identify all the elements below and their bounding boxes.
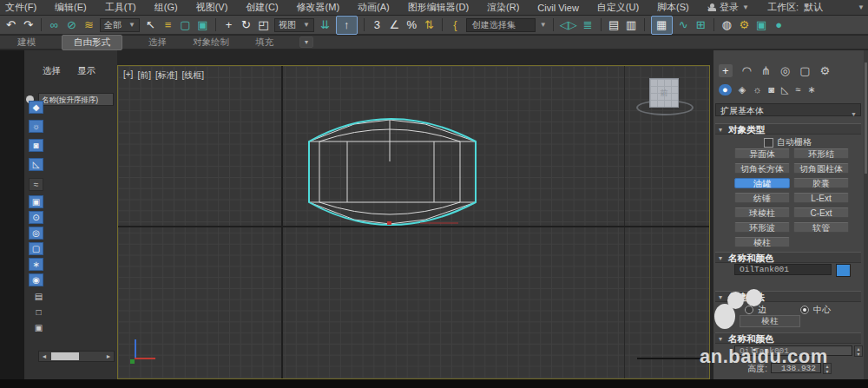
torus-knot-button[interactable]: 环形结 xyxy=(793,148,849,159)
mirror-icon[interactable]: ◁▷ xyxy=(560,16,577,34)
menu-file[interactable]: 文件(F) xyxy=(5,1,36,14)
oiltank-button[interactable]: 油罐 xyxy=(734,178,790,188)
panel-scrollbar-thumb[interactable] xyxy=(865,62,867,174)
reference-coordinate-dropdown[interactable]: 视图▼ xyxy=(274,18,314,32)
motion-tab-icon[interactable]: ◎ xyxy=(780,64,790,77)
name-color-rollout[interactable]: ▾ 名称和颜色 xyxy=(715,252,861,263)
scene-explorer-toggle-icon[interactable]: ▤ xyxy=(608,16,621,34)
spindle-button[interactable]: 纺锤 xyxy=(734,193,790,203)
object-name-field[interactable]: OilTank001 xyxy=(734,264,832,275)
ringwave-button[interactable]: 环形波 xyxy=(734,222,790,233)
c-ext-button[interactable]: C-Ext xyxy=(793,207,849,218)
gengon-button[interactable]: 球棱柱 xyxy=(734,207,790,218)
select-object-icon[interactable]: ↖ xyxy=(144,16,157,34)
workspace-control[interactable]: 工作区: 默认 xyxy=(767,0,823,15)
hierarchy-tab-icon[interactable]: ⋔ xyxy=(761,64,771,77)
helpers-category-icon[interactable]: ◺ xyxy=(781,84,788,95)
toggle-hidden-icon[interactable]: ◉ xyxy=(29,273,43,286)
menu-customize[interactable]: 自定义(U) xyxy=(597,1,639,14)
geometry-category-icon[interactable]: ● xyxy=(719,84,732,95)
rotate-icon[interactable]: ↻ xyxy=(240,16,253,34)
explorer-menu-display[interactable]: 显示 xyxy=(77,65,95,77)
prism-button[interactable]: 棱柱 xyxy=(734,237,790,247)
toggle-geometry-icon[interactable]: ◆ xyxy=(29,101,43,114)
tab-selection[interactable]: 选择 xyxy=(148,36,167,49)
menu-create[interactable]: 创建(C) xyxy=(246,1,278,14)
menu-views[interactable]: 视图(V) xyxy=(196,1,228,14)
login-dropdown-icon[interactable]: ▼ xyxy=(742,3,749,11)
menu-tools[interactable]: 工具(T) xyxy=(105,1,136,14)
object-type-rollout[interactable]: ▾ 对象类型 xyxy=(715,123,861,135)
align-icon[interactable]: ≣ xyxy=(582,16,595,34)
toggle-groups-icon[interactable]: ▣ xyxy=(29,195,43,208)
tab-populate[interactable]: 填充 xyxy=(255,36,273,49)
toggle-spacewarps-icon[interactable]: ≈ xyxy=(29,178,43,191)
scroll-right-icon[interactable]: ► xyxy=(103,353,114,359)
blank-swatch-icon[interactable]: □ xyxy=(31,306,46,319)
menu-animation[interactable]: 动画(A) xyxy=(358,1,390,14)
workspace-dropdown-icon[interactable]: ▼ xyxy=(858,3,865,11)
material-editor-icon[interactable]: ◍ xyxy=(720,16,733,34)
geometry-type-dropdown[interactable]: 扩展基本体 ▼ xyxy=(715,103,861,116)
curve-editor-icon[interactable]: ∿ xyxy=(677,16,690,34)
lights-category-icon[interactable]: ☼ xyxy=(753,84,761,95)
toggle-bones-icon[interactable]: ◎ xyxy=(29,227,43,240)
ribbon-config-icon[interactable]: ▾ xyxy=(299,36,313,48)
tab-object-paint[interactable]: 对象绘制 xyxy=(193,36,229,49)
scroll-left-icon[interactable]: ◄ xyxy=(39,353,49,359)
layer-explorer-icon[interactable]: ▥ xyxy=(625,16,638,34)
selection-set-field[interactable]: 创建选择集 xyxy=(466,18,536,32)
object-color-swatch[interactable] xyxy=(836,264,851,277)
menu-civil-view[interactable]: Civil View xyxy=(537,3,578,13)
explorer-menu-select[interactable]: 选择 xyxy=(43,65,61,77)
toggle-cameras-icon[interactable]: ◙ xyxy=(29,139,43,152)
l-ext-button[interactable]: L-Ext xyxy=(793,193,849,203)
select-manipulate-icon[interactable]: ↑ xyxy=(336,16,358,35)
tab-freeform[interactable]: 自由形式 xyxy=(62,35,122,50)
systems-category-icon[interactable]: ∗ xyxy=(807,84,815,95)
create-tab-icon[interactable]: + xyxy=(719,64,733,77)
window-crossing-icon[interactable]: ▣ xyxy=(196,16,209,34)
menu-rendering[interactable]: 渲染(R) xyxy=(487,1,519,14)
front-viewport[interactable]: [+] [前] [标准] [线框] 前 xyxy=(117,65,710,379)
cameras-category-icon[interactable]: ◙ xyxy=(768,84,774,95)
explorer-name-header[interactable]: 名称(按升序排序) xyxy=(38,93,114,106)
menu-graph-editors[interactable]: 图形编辑器(D) xyxy=(408,1,469,14)
viewport-menu-shading-wireframe[interactable]: [线框] xyxy=(182,69,205,82)
move-icon[interactable]: + xyxy=(222,16,235,34)
menu-group[interactable]: 组(G) xyxy=(155,1,178,14)
link-icon[interactable]: ∞ xyxy=(48,16,61,34)
schematic-view-icon[interactable]: ⊞ xyxy=(694,16,707,34)
name-spinner[interactable]: ▴ ▾ xyxy=(854,345,863,357)
selection-region-icon[interactable]: ▢ xyxy=(179,16,192,34)
selection-filter-dropdown[interactable]: 全部▼ xyxy=(100,18,140,32)
render-icon[interactable]: ● xyxy=(773,16,786,34)
render-setup-icon[interactable]: ⚙ xyxy=(738,16,751,34)
capsule-button[interactable]: 胶囊 xyxy=(793,178,849,188)
toggle-lights-icon[interactable]: ☼ xyxy=(29,120,43,133)
viewcube[interactable]: 前 xyxy=(649,78,679,108)
named-selection-sets-icon[interactable]: { xyxy=(449,16,462,34)
select-by-name-icon[interactable]: ≡ xyxy=(161,16,174,34)
toggle-xrefs-icon[interactable]: ⊙ xyxy=(29,211,43,224)
edge-radio[interactable] xyxy=(745,306,753,314)
bind-spacewarp-icon[interactable]: ≋ xyxy=(82,16,95,34)
toggle-containers-icon[interactable]: ▢ xyxy=(29,242,43,255)
chamfercyl-button[interactable]: 切角圆柱体 xyxy=(793,163,849,174)
display-tab-icon[interactable]: ▢ xyxy=(799,64,810,77)
unlink-icon[interactable]: ⊘ xyxy=(65,16,78,34)
rendered-frame-icon[interactable]: ▣ xyxy=(755,16,768,34)
viewport-menu-general[interactable]: [+] xyxy=(123,69,133,82)
shapes-category-icon[interactable]: ◈ xyxy=(739,84,746,95)
scroll-thumb[interactable] xyxy=(51,352,79,360)
name-color-rollout-2[interactable]: ▾ 名称和颜色 xyxy=(715,332,861,344)
tab-modeling[interactable]: 建模 xyxy=(17,36,36,49)
toggle-shapes-icon[interactable]: ◺ xyxy=(29,158,43,171)
center-radio[interactable] xyxy=(800,306,809,314)
menu-modifiers[interactable]: 修改器(M) xyxy=(297,1,340,14)
panel-scrollbar[interactable] xyxy=(864,50,868,379)
chamferbox-button[interactable]: 切角长方体 xyxy=(734,163,790,174)
menu-scripting[interactable]: 脚本(S) xyxy=(657,1,689,14)
redo-icon[interactable]: ↷ xyxy=(22,16,35,34)
edit-button-icon[interactable]: ▣ xyxy=(31,321,46,334)
